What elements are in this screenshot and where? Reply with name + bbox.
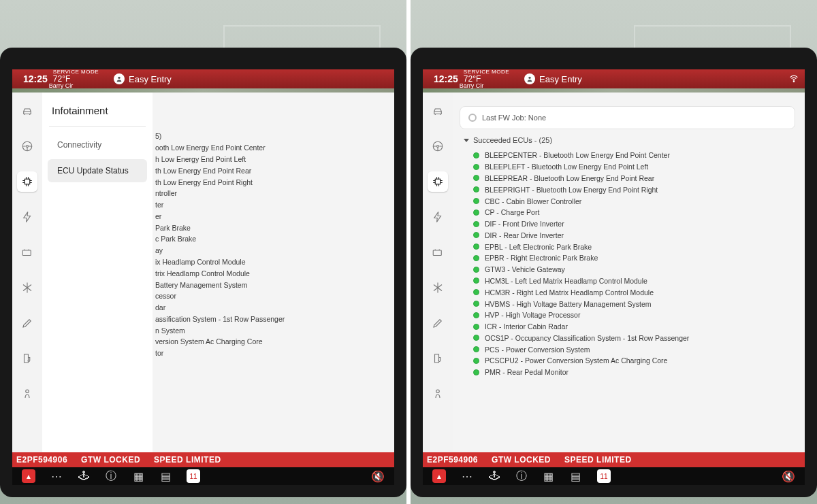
status-dot-icon: [473, 198, 479, 204]
svg-point-3: [27, 146, 29, 148]
calendar-icon[interactable]: 11: [597, 469, 611, 483]
profile-select[interactable]: Easy Entry: [114, 73, 172, 84]
ecu-row[interactable]: DIF - Front Drive Inverter: [460, 218, 795, 230]
car-icon[interactable]: [17, 101, 37, 121]
ecu-label: HVBMS - High Voltage Battery Management …: [485, 300, 652, 308]
ecu-row-partial: er: [153, 210, 385, 222]
ecu-row[interactable]: HCM3R - Right Led Matrix Headlamp Contro…: [460, 286, 795, 298]
ecu-row-partial: ntroller: [153, 188, 385, 199]
battery-icon[interactable]: [17, 242, 37, 263]
pencil-icon[interactable]: [428, 313, 448, 333]
ecu-row[interactable]: PMR - Rear Pedal Monitor: [460, 367, 795, 378]
ecu-row[interactable]: HCM3L - Left Led Matrix Headlamp Control…: [460, 275, 795, 287]
lightning-icon[interactable]: [428, 207, 448, 227]
ecu-row[interactable]: BLEEPCENTER - Bluetooth Low Energy End P…: [460, 150, 795, 161]
app-icon-1[interactable]: ▲: [432, 469, 446, 483]
steering-icon[interactable]: [17, 136, 37, 156]
bottom-dock: ▲ ⋯ 🕹 ⓘ ▦ ▤ 11 🔇: [423, 467, 805, 485]
ecu-row[interactable]: EPBL - Left Electronic Park Brake: [460, 241, 795, 252]
svg-rect-4: [25, 179, 30, 184]
warning-bar: E2PF594906 GTW LOCKED SPEED LIMITED: [11, 452, 396, 467]
ecu-row[interactable]: PCS - Power Conversion System: [460, 343, 795, 355]
ecu-label: EPBR - Right Electronic Park Brake: [485, 254, 598, 262]
ecu-label: CP - Charge Port: [485, 208, 539, 216]
status-dot-icon: [473, 267, 479, 273]
grid-icon[interactable]: ▦: [543, 470, 555, 482]
ecu-row-partial: Battery Management System: [153, 279, 385, 290]
ecu-label: BLEEPLEFT - Bluetooth Low Energy End Poi…: [485, 163, 648, 171]
ecu-row-partial: ix Headlamp Control Module: [153, 256, 385, 268]
submenu-ecu-update[interactable]: ECU Update Status: [48, 159, 147, 182]
ecu-row[interactable]: BLEEPREAR - Bluetooth Low Energy End Poi…: [460, 173, 795, 184]
svg-rect-13: [433, 250, 441, 256]
last-fw-job: Last FW Job: None: [460, 106, 795, 129]
svg-point-8: [528, 77, 530, 79]
ecu-row[interactable]: DIR - Rear Drive Inverter: [460, 229, 795, 241]
warning-bar: E2PF594906 GTW LOCKED SPEED LIMITED: [421, 452, 806, 467]
ecu-row[interactable]: EPBR - Right Electronic Park Brake: [460, 252, 795, 264]
ecu-row[interactable]: ICR - Interior Cabin Radar: [460, 321, 795, 333]
speed-limited: SPEED LIMITED: [154, 455, 221, 465]
ecu-row[interactable]: OCS1P - Occupancy Classification System …: [460, 333, 795, 344]
battery-icon[interactable]: [428, 242, 448, 263]
joystick-icon[interactable]: 🕹: [78, 470, 90, 482]
ecu-row[interactable]: BLEEPLEFT - Bluetooth Low Energy End Poi…: [460, 161, 795, 173]
stack-icon[interactable]: ▤: [570, 470, 582, 482]
ecu-row[interactable]: HVP - High Voltage Processor: [460, 309, 795, 321]
svg-point-11: [436, 146, 438, 148]
stack-icon[interactable]: ▤: [159, 470, 172, 482]
more-icon[interactable]: ⋯: [50, 470, 63, 482]
ecu-label: PCSCPU2 - Power Conversion System Ac Cha…: [485, 356, 667, 365]
pencil-icon[interactable]: [17, 313, 37, 333]
chip-icon[interactable]: [428, 171, 448, 192]
chip-icon[interactable]: [17, 171, 37, 192]
app-icon-1[interactable]: ▲: [22, 469, 35, 483]
ecu-label: BLEEPCENTER - Bluetooth Low Energy End P…: [485, 151, 670, 159]
status-dot-icon: [473, 369, 479, 375]
ecu-row-partial: cessor: [153, 290, 385, 302]
ecu-label: DIR - Rear Drive Inverter: [485, 231, 564, 239]
mute-icon[interactable]: 🔇: [782, 470, 795, 483]
status-dot-icon: [473, 221, 479, 227]
submenu-connectivity[interactable]: Connectivity: [48, 133, 147, 156]
ecu-row[interactable]: CP - Charge Port: [460, 207, 795, 218]
lightning-icon[interactable]: [17, 207, 37, 227]
fuel-icon[interactable]: [428, 348, 448, 369]
info-icon[interactable]: ⓘ: [105, 470, 117, 482]
mute-icon[interactable]: 🔇: [371, 470, 385, 483]
ecu-row-partial: tor: [153, 348, 385, 359]
ecu-label: PCS - Power Conversion System: [485, 346, 590, 354]
location-label: Barry Cir: [460, 83, 509, 89]
ecu-row-partial: ay: [153, 245, 385, 256]
joystick-icon[interactable]: 🕹: [488, 470, 500, 482]
location-label: Barry Cir: [49, 83, 99, 89]
status-bar: 12:25 SERVICE MODE 72°F Barry Cir Easy E…: [423, 69, 805, 88]
airbag-icon[interactable]: [17, 384, 37, 404]
content-right[interactable]: Last FW Job: None Succeeded ECUs - (25) …: [453, 93, 805, 479]
ecu-row[interactable]: GTW3 - Vehicle Gateway: [460, 264, 795, 275]
car-icon[interactable]: [428, 101, 448, 121]
ecu-row[interactable]: HVBMS - High Voltage Battery Management …: [460, 298, 795, 309]
steering-icon[interactable]: [428, 136, 448, 156]
calendar-icon[interactable]: 11: [187, 469, 200, 483]
ecu-row[interactable]: CBC - Cabin Blower Controller: [460, 195, 795, 207]
ecu-row[interactable]: BLEEPRIGHT - Bluetooth Low Energy End Po…: [460, 184, 795, 195]
more-icon[interactable]: ⋯: [461, 470, 473, 482]
speed-limited: SPEED LIMITED: [564, 455, 632, 465]
succeeded-ecus-header[interactable]: Succeeded ECUs - (25): [464, 136, 795, 144]
info-icon[interactable]: ⓘ: [515, 470, 528, 482]
snowflake-icon[interactable]: [17, 278, 37, 298]
ecu-label: ICR - Interior Cabin Radar: [485, 322, 568, 331]
profile-select[interactable]: Easy Entry: [524, 73, 582, 84]
airbag-icon[interactable]: [428, 384, 448, 404]
snowflake-icon[interactable]: [428, 278, 448, 298]
status-dot-icon: [473, 152, 479, 158]
temperature: 72°F: [53, 75, 70, 83]
ecu-row[interactable]: PCSCPU2 - Power Conversion System Ac Cha…: [460, 355, 795, 367]
ecu-label: GTW3 - Vehicle Gateway: [485, 265, 565, 273]
avatar-icon: [524, 73, 535, 84]
fuel-icon[interactable]: [17, 348, 37, 369]
grid-icon[interactable]: ▦: [132, 470, 144, 482]
ecu-label: DIF - Front Drive Inverter: [485, 220, 564, 228]
status-dot-icon: [473, 335, 479, 341]
